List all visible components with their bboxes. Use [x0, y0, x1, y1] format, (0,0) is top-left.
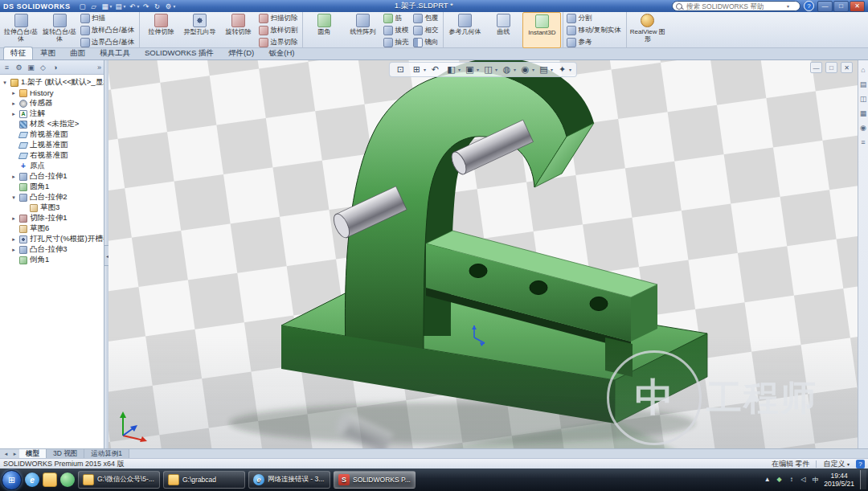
ribbon-button[interactable]: 异型孔向导 — [180, 12, 219, 48]
dropdown-caret-icon[interactable]: ▾ — [424, 67, 426, 72]
quick-access-button[interactable] — [79, 2, 88, 10]
ribbon-button[interactable]: 拉伸切除 — [141, 12, 180, 48]
document-tab[interactable]: 模型 — [19, 449, 47, 458]
show-desktop-button[interactable] — [860, 470, 866, 489]
ribbon-button[interactable]: 扫描切除 — [257, 12, 301, 24]
ribbon-button[interactable]: RealView 图形 — [628, 12, 667, 48]
command-tab[interactable]: 模具工具 — [92, 47, 137, 59]
tree-expand-toggle[interactable]: ▾ — [10, 194, 17, 201]
quick-access-button[interactable]: ▾ — [129, 2, 140, 10]
maximize-button[interactable]: □ — [833, 1, 849, 12]
ribbon-button[interactable]: 圆角 — [305, 12, 343, 48]
tab-scroll-left-icon[interactable]: ◂ — [2, 449, 10, 458]
dropdown-caret-icon[interactable]: ▾ — [514, 67, 516, 72]
tray-icon[interactable] — [811, 476, 820, 485]
search-caret-icon[interactable]: ▾ — [787, 3, 789, 9]
document-window-button[interactable] — [810, 62, 822, 73]
quick-access-button[interactable]: ▾ — [165, 2, 176, 10]
command-tab[interactable]: SOLIDWORKS 插件 — [137, 47, 221, 59]
task-pane-tab[interactable] — [859, 108, 868, 117]
tray-icon[interactable] — [775, 476, 784, 485]
tree-expand-toggle[interactable]: ▸ — [10, 90, 17, 96]
quick-access-button[interactable] — [154, 2, 162, 10]
view-tool-button[interactable]: ▾ — [482, 63, 497, 76]
tree-expand-toggle[interactable]: ▾ — [2, 80, 8, 86]
quick-access-button[interactable]: ▾ — [101, 2, 113, 10]
help-search-box[interactable]: ▾ — [672, 1, 800, 11]
document-tab[interactable]: 3D 视图 — [47, 449, 84, 458]
quick-launch-icon[interactable] — [25, 473, 39, 487]
tree-item[interactable]: ▸ 打孔尺寸(%根据)开槽半沉头木螺钉 — [0, 234, 104, 244]
tree-expand-toggle[interactable]: ▸ — [10, 236, 17, 243]
customize-menu[interactable]: 自定义 ▾ — [823, 459, 850, 469]
task-pane-tab[interactable] — [859, 80, 868, 88]
taskbar-button[interactable]: 网络连接错误 - 3... — [248, 471, 330, 489]
status-help-icon[interactable]: ? — [856, 460, 865, 468]
ribbon-button[interactable]: 移动/复制实体 — [565, 24, 624, 36]
tab-scroll-right-icon[interactable]: ▸ — [10, 449, 19, 458]
feature-manager-tab[interactable] — [39, 63, 47, 72]
search-input[interactable] — [685, 2, 784, 11]
quick-launch-icon[interactable] — [43, 473, 57, 487]
view-tool-button[interactable] — [395, 63, 407, 76]
task-pane-tab[interactable] — [859, 65, 868, 74]
start-button[interactable]: ⊞ — [2, 470, 22, 490]
dropdown-caret-icon[interactable]: ▾ — [532, 67, 534, 72]
tree-item[interactable]: 圆角1 — [0, 182, 104, 192]
tray-icon[interactable] — [787, 476, 796, 485]
dropdown-caret-icon[interactable]: ▾ — [569, 67, 571, 72]
command-tab[interactable]: 特征 — [3, 47, 33, 59]
tree-item[interactable]: ▸ 凸台-拉伸1 — [0, 171, 104, 182]
ribbon-button[interactable]: 参考几何体 — [445, 12, 484, 48]
ribbon-button[interactable]: 拉伸凸台/基体 — [2, 12, 40, 48]
view-tool-button[interactable]: ▾ — [519, 63, 534, 76]
view-tool-button[interactable]: ▾ — [501, 63, 516, 76]
tree-item[interactable]: 原点 — [0, 161, 104, 171]
ribbon-button[interactable]: 拔模 — [382, 24, 411, 36]
quick-access-button[interactable] — [90, 2, 99, 10]
tree-item[interactable]: ▸ 传感器 — [0, 98, 104, 108]
tree-item[interactable]: 右视基准面 — [0, 150, 104, 161]
document-window-button[interactable] — [825, 62, 837, 73]
tree-expand-toggle[interactable]: ▸ — [10, 247, 17, 253]
command-tab[interactable]: 曲面 — [63, 47, 92, 59]
tree-item[interactable]: ▾ 1.架子 (默认<<默认>_显示状态 1>) — [0, 77, 104, 88]
tree-expand-toggle[interactable]: ▸ — [10, 215, 17, 222]
feature-manager-tab[interactable] — [14, 63, 23, 72]
feature-manager-tab[interactable] — [2, 63, 11, 72]
ribbon-button[interactable]: 放样切割 — [257, 24, 301, 36]
view-tool-button[interactable]: ▾ — [556, 63, 571, 76]
task-pane-tab[interactable] — [859, 123, 868, 132]
dropdown-caret-icon[interactable]: ▾ — [495, 67, 497, 72]
ribbon-button[interactable]: 包覆 — [411, 12, 441, 24]
tree-item[interactable]: 前视基准面 — [0, 129, 104, 140]
minimize-button[interactable]: — — [817, 1, 833, 12]
view-tool-button[interactable]: ▾ — [538, 63, 553, 76]
ribbon-button[interactable]: 参考 — [565, 36, 624, 48]
ribbon-button[interactable]: 筋 — [382, 12, 411, 24]
command-tab[interactable]: 钣金(H) — [261, 47, 301, 59]
tree-item[interactable]: 倒角1 — [0, 255, 104, 265]
tree-item[interactable]: ▸ History — [0, 88, 104, 98]
taskbar-button[interactable]: SOLIDWORKS P... — [334, 471, 416, 489]
dropdown-caret-icon[interactable]: ▾ — [551, 67, 553, 72]
tray-icon[interactable] — [799, 476, 808, 485]
ribbon-button[interactable]: 相交 — [411, 24, 441, 36]
quick-access-button[interactable]: ▾ — [115, 2, 126, 10]
taskbar-button[interactable]: G:\微信公众号\5-... — [78, 471, 160, 489]
ribbon-button[interactable]: 放样凸台/基体 — [79, 24, 137, 36]
ribbon-button[interactable]: 镜向 — [411, 36, 441, 48]
ribbon-button[interactable]: Instant3D — [522, 12, 561, 48]
view-tool-button[interactable]: ▾ — [445, 63, 461, 76]
ribbon-button[interactable]: 旋转切除 — [219, 12, 257, 48]
model-viewport[interactable]: ▾ ▾ ▾ ▾ — [108, 60, 858, 448]
ribbon-button[interactable]: 抽壳 — [382, 36, 411, 48]
close-button[interactable]: ✕ — [850, 1, 865, 12]
taskbar-clock[interactable]: 19:44 2019/5/21 — [824, 472, 854, 488]
tree-item[interactable]: ▸ 切除-拉伸1 — [0, 213, 104, 223]
tree-item[interactable]: 材质 <未指定> — [0, 119, 104, 129]
task-pane-tab[interactable] — [859, 94, 868, 103]
dropdown-caret-icon[interactable]: ▾ — [458, 67, 461, 72]
tree-item[interactable]: ▸ 注解 — [0, 108, 104, 119]
quick-launch-icon[interactable] — [60, 473, 75, 487]
